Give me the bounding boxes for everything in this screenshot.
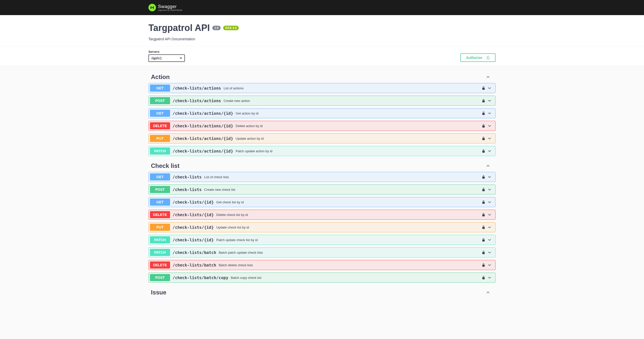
chevron-down-icon (487, 123, 492, 128)
operation-block[interactable]: DELETE/check-lists/{id}Delete check list… (148, 210, 496, 220)
operation-summary[interactable]: PATCH/check-lists/actions/{id}Patch upda… (149, 146, 495, 156)
chevron-down-icon (487, 225, 492, 230)
method-badge: POST (150, 97, 170, 104)
lock-icon[interactable] (481, 276, 486, 280)
chevron-down-icon (487, 262, 492, 268)
method-badge: GET (150, 173, 170, 180)
operation-summary[interactable]: GET/check-listsList of check lists (149, 172, 495, 182)
servers-label: Servers (148, 50, 185, 54)
chevron-down-icon (487, 111, 492, 116)
operation-path: /check-lists/{id} (173, 238, 214, 242)
lock-icon[interactable] (481, 111, 486, 115)
operation-block[interactable]: GET/check-lists/actions/{id}Get action b… (148, 108, 496, 118)
operation-actions (481, 212, 494, 217)
operation-summary[interactable]: GET/check-lists/actions/{id}Get action b… (149, 108, 495, 118)
oas-badge: OAS 3.0 (223, 26, 239, 30)
operation-block[interactable]: PATCH/check-lists/batchBatch patch updat… (148, 247, 496, 257)
operation-path: /check-lists/actions/{id} (173, 136, 233, 141)
lock-icon[interactable] (481, 99, 486, 103)
operation-block[interactable]: PATCH/check-lists/actions/{id}Patch upda… (148, 146, 496, 156)
operation-block[interactable]: POST/check-lists/actionsCreate new actio… (148, 96, 496, 106)
lock-icon[interactable] (481, 200, 486, 204)
operation-desc: Patch update action by id (236, 149, 481, 153)
operation-summary[interactable]: POST/check-lists/batch/copyBatch copy ch… (149, 273, 495, 282)
operation-summary[interactable]: PUT/check-lists/{id}Update check list by… (149, 222, 495, 232)
operation-path: /check-lists (173, 187, 202, 192)
lock-icon[interactable] (481, 225, 486, 229)
chevron-down-icon (487, 86, 492, 91)
chevron-down-icon (487, 237, 492, 242)
method-badge: GET (150, 199, 170, 206)
operation-block[interactable]: POST/check-lists/batch/copyBatch copy ch… (148, 273, 496, 283)
method-badge: PATCH (150, 249, 170, 256)
lock-icon[interactable] (481, 124, 486, 128)
operation-block[interactable]: POST/check-listsCreate new check list (148, 184, 496, 195)
operation-summary[interactable]: GET/check-lists/actionsList of actions (149, 83, 495, 93)
operation-summary[interactable]: GET/check-lists/{id}Get check list by id (149, 197, 495, 207)
operation-summary[interactable]: POST/check-listsCreate new check list (149, 185, 495, 194)
operation-summary[interactable]: PATCH/check-lists/batchBatch patch updat… (149, 248, 495, 257)
method-badge: PUT (150, 135, 170, 142)
brand-label: Swagger (158, 4, 182, 9)
operation-actions (481, 275, 494, 280)
swagger-logo[interactable]: Swagger supported by SMARTBEAR (148, 4, 182, 11)
operation-block[interactable]: PUT/check-lists/{id}Update check list by… (148, 222, 496, 232)
method-badge: PUT (150, 224, 170, 231)
scheme-section: Servers /api/v1 Authorize (0, 46, 644, 66)
operation-block[interactable]: GET/check-lists/actionsList of actions (148, 83, 496, 93)
operation-summary[interactable]: POST/check-lists/actionsCreate new actio… (149, 96, 495, 105)
operation-path: /check-lists (173, 175, 202, 179)
method-badge: DELETE (150, 211, 170, 218)
svg-point-1 (152, 7, 152, 8)
authorize-button[interactable]: Authorize (460, 53, 496, 62)
lock-icon[interactable] (481, 136, 486, 140)
servers-select[interactable]: /api/v1 (148, 54, 185, 62)
lock-icon[interactable] (481, 86, 486, 90)
brand-sub-label: supported by SMARTBEAR (158, 9, 182, 11)
operation-summary[interactable]: DELETE/check-lists/{id}Delete check list… (149, 210, 495, 219)
operation-actions (481, 187, 494, 192)
operation-block[interactable]: GET/check-lists/{id}Get check list by id (148, 197, 496, 207)
operation-block[interactable]: PATCH/check-lists/{id}Patch update check… (148, 235, 496, 245)
operation-summary[interactable]: DELETE/check-lists/actions/{id}Delete ac… (149, 121, 495, 131)
chevron-up-icon (486, 74, 491, 80)
info-section: Targpatrol API 1.0 OAS 3.0 Targpatrol AP… (0, 15, 644, 46)
operation-actions (481, 225, 494, 230)
operation-summary[interactable]: DELETE/check-lists/batchBatch delete che… (149, 260, 495, 270)
lock-icon[interactable] (481, 238, 486, 242)
lock-icon[interactable] (481, 213, 486, 217)
operation-summary[interactable]: PUT/check-lists/actions/{id}Update actio… (149, 134, 495, 143)
operation-path: /check-lists/{id} (173, 225, 214, 230)
lock-icon[interactable] (481, 149, 486, 153)
lock-icon[interactable] (481, 175, 486, 179)
tag-header[interactable]: Action (148, 71, 496, 83)
operation-desc: Batch copy check list (231, 276, 481, 280)
lock-icon[interactable] (481, 187, 486, 192)
operation-desc: List of check lists (204, 175, 481, 179)
method-badge: DELETE (150, 122, 170, 129)
unlock-icon (486, 56, 490, 60)
chevron-down-icon (487, 187, 492, 192)
lock-icon[interactable] (481, 250, 486, 254)
operation-block[interactable]: PUT/check-lists/actions/{id}Update actio… (148, 133, 496, 143)
operation-block[interactable]: DELETE/check-lists/batchBatch delete che… (148, 260, 496, 270)
operation-actions (481, 200, 494, 205)
operation-block[interactable]: DELETE/check-lists/actions/{id}Delete ac… (148, 121, 496, 131)
chevron-down-icon (487, 200, 492, 205)
lock-icon[interactable] (481, 263, 486, 267)
operation-block[interactable]: GET/check-listsList of check lists (148, 172, 496, 182)
operations-list: GET/check-lists/actionsList of actionsPO… (148, 83, 496, 156)
tag-name: Check list (151, 162, 179, 169)
topbar: Swagger supported by SMARTBEAR (0, 0, 644, 15)
chevron-down-icon (487, 250, 492, 255)
operation-path: /check-lists/batch/copy (173, 275, 228, 280)
operation-path: /check-lists/actions/{id} (173, 124, 233, 128)
operation-desc: Batch delete check lists (219, 263, 481, 267)
tag-header[interactable]: Check list (148, 160, 496, 172)
operation-desc: Create new action (224, 99, 481, 103)
operation-actions (481, 262, 494, 268)
operation-desc: Delete action by id (236, 124, 481, 128)
operation-summary[interactable]: PATCH/check-lists/{id}Patch update check… (149, 235, 495, 245)
tag-header[interactable]: Issue (148, 286, 496, 298)
operation-actions (481, 86, 494, 91)
